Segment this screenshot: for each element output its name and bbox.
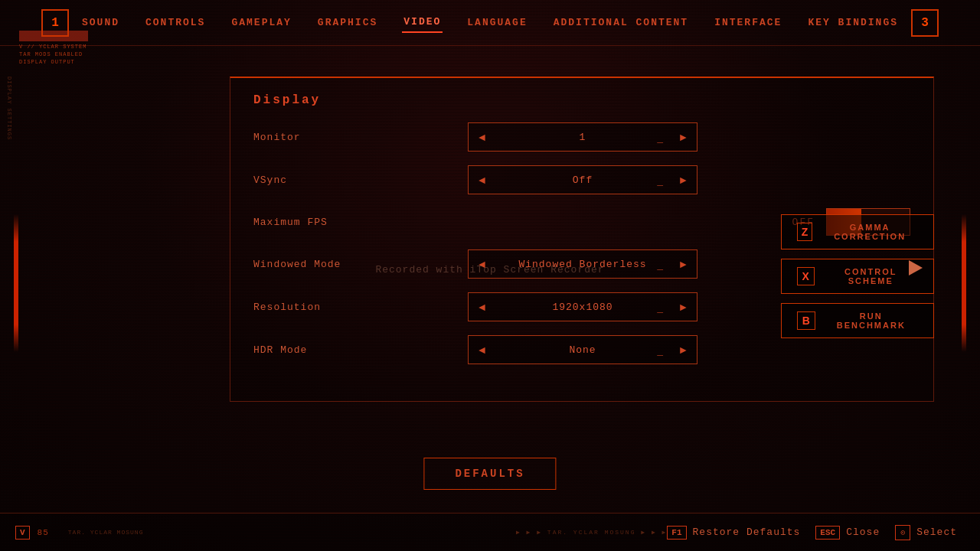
control-scheme-key-label: X [797,267,815,285]
vsync-arrow-left[interactable]: ◄ [469,166,495,194]
close-key: ESC [815,526,840,540]
hdr-mode-arrow-left[interactable]: ◄ [469,336,495,364]
nav-badge-left: 1 [41,9,69,37]
select-label: Select [916,527,957,538]
monitor-value: 1 [495,126,670,149]
close-label: Close [846,527,880,538]
restore-label: Restore Defaults [693,527,801,538]
run-benchmark-button[interactable]: B RUN BENCHMARK [781,303,934,338]
vsync-arrow-control: ◄ Off ► [468,165,697,194]
nav-item-gameplay[interactable]: GAMEPLAY [230,13,292,32]
select-action[interactable]: ⊙ Select [895,525,957,540]
nav-items: SOUND CONTROLS GAMEPLAY GRAPHICS VIDEO L… [80,12,900,33]
bottom-bar: V 85 TAR. YCLAR MOSUNG ▶ ▶ ▶ TAR. YCLAR … [0,513,980,551]
setting-row-hdr-mode: HDR Mode ◄ None ► [253,335,910,364]
benchmark-label: RUN BENCHMARK [825,311,918,330]
hdr-mode-arrow-control: ◄ None ► [468,335,697,364]
windowed-mode-arrow-left[interactable]: ◄ [469,250,495,278]
select-icon: ⊙ [895,525,910,540]
restore-key: F1 [667,526,686,540]
restore-defaults-action[interactable]: F1 Restore Defaults [667,526,800,540]
max-fps-label: Maximum FPS [253,217,468,228]
nav-item-graphics[interactable]: GRAPHICS [316,13,379,32]
windowed-mode-value: Windowed Borderless [495,253,670,276]
resolution-arrow-control: ◄ 1920x1080 ► [468,292,697,321]
resolution-value: 1920x1080 [495,295,670,319]
monitor-label: Monitor [253,132,468,143]
vsync-label: VSync [253,174,468,186]
monitor-arrow-left[interactable]: ◄ [469,123,495,151]
vsync-value: Off [495,168,670,192]
nav-item-key-bindings[interactable]: KEY BINDINGS [806,13,900,32]
side-decoration-left [14,214,18,352]
bottom-num-label: 85 [38,528,49,537]
top-navigation: 1 SOUND CONTROLS GAMEPLAY GRAPHICS VIDEO… [0,0,980,46]
control-scheme-button[interactable]: X CONTROL SCHEME [781,259,934,294]
bottom-deco-text: TAR. YCLAR MOSUNG [68,529,144,536]
nav-badge-right: 3 [911,9,939,37]
nav-item-sound[interactable]: SOUND [80,13,121,32]
nav-item-controls[interactable]: CONTROLS [144,13,207,32]
windowed-mode-arrow-right[interactable]: ► [670,250,697,278]
bottom-right-actions: F1 Restore Defaults ESC Close ⊙ Select [667,525,980,540]
resolution-label: Resolution [253,302,468,313]
nav-item-additional-content[interactable]: ADDITIONAL CONTENT [552,13,690,32]
monitor-arrow-right[interactable]: ► [670,123,697,151]
setting-row-vsync: VSync ◄ Off ► [253,165,910,194]
side-decoration-right [962,214,966,352]
hdr-mode-control: ◄ None ► [468,335,910,364]
nav-item-interface[interactable]: INTERFACE [713,13,783,32]
hdr-mode-value: None [495,338,670,362]
resolution-arrow-right[interactable]: ► [670,293,697,321]
gamma-key-label: Z [797,223,812,241]
left-side-text: DISPLAY SETTINGS [6,77,12,140]
right-panel: Z GAMMA CORRECTION X CONTROL SCHEME B RU… [781,214,934,338]
hdr-mode-arrow-right[interactable]: ► [670,336,697,364]
windowed-mode-arrow-control: ◄ Windowed Borderless ► [468,249,697,279]
windowed-mode-label: Windowed Mode [253,259,468,270]
nav-item-language[interactable]: LANGUAGE [466,13,528,32]
resolution-arrow-left[interactable]: ◄ [469,293,495,321]
defaults-button[interactable]: DEFAULTS [423,458,556,490]
section-title: Display [253,93,910,107]
gamma-correction-button[interactable]: Z GAMMA CORRECTION [781,214,934,249]
benchmark-key-label: B [797,311,815,330]
bottom-v-key: V [15,526,30,540]
setting-row-monitor: Monitor ◄ 1 ► [253,122,910,152]
hdr-mode-label: HDR Mode [253,344,468,356]
bottom-left: V 85 TAR. YCLAR MOSUNG [0,526,516,540]
bottom-center-decoration: ▶ ▶ ▶ TAR. YCLAR MOSUNG ▶ ▶ ▶ [516,529,667,536]
deco-text: V // YCLAR SYSTEMTAR MODS ENABLEDDISPLAY… [19,44,88,66]
nav-item-video[interactable]: VIDEO [402,12,443,33]
gamma-label: GAMMA CORRECTION [822,223,918,241]
close-action[interactable]: ESC Close [815,526,880,540]
monitor-arrow-control: ◄ 1 ► [468,122,697,152]
vsync-control: ◄ Off ► [468,165,910,194]
vsync-arrow-right[interactable]: ► [670,166,697,194]
monitor-control: ◄ 1 ► [468,122,910,152]
control-scheme-label: CONTROL SCHEME [824,267,918,285]
